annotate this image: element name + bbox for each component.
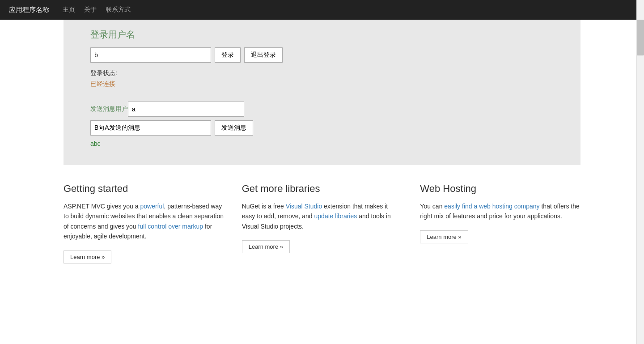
nav-home[interactable]: 主页 — [63, 6, 75, 14]
login-row: 登录 退出登录 — [90, 47, 554, 63]
card-libraries-link-vs[interactable]: Visual Studio — [286, 203, 322, 210]
card-getting-started-link-powerful[interactable]: powerful — [140, 203, 164, 210]
card-getting-started: Getting started ASP.NET MVC gives you a … — [64, 183, 242, 263]
card-getting-started-link-control[interactable]: full control over markup — [138, 223, 203, 230]
main-wrapper: 登录用户名 登录 退出登录 登录状态: 已经连接 发送消息用户 发送消息 abc — [0, 20, 644, 165]
card-libraries-link-update[interactable]: update libraries — [314, 212, 357, 220]
card-getting-started-title: Getting started — [64, 183, 224, 195]
message-to-label: 发送消息用户 — [90, 105, 128, 113]
nav-about[interactable]: 关于 — [84, 6, 97, 14]
card-get-more-libraries-title: Get more libraries — [242, 183, 402, 195]
nav-contact[interactable]: 联系方式 — [106, 6, 131, 14]
card-hosting-link-find[interactable]: easily find a web hosting company — [444, 203, 539, 210]
card-web-hosting-text: You can easily find a web hosting compan… — [420, 201, 580, 221]
message-row: 发送消息 — [90, 120, 554, 136]
login-status-label: 登录状态: — [90, 69, 554, 77]
cards-section: Getting started ASP.NET MVC gives you a … — [0, 165, 644, 281]
navbar: 应用程序名称 主页 关于 联系方式 — [0, 0, 644, 20]
card-web-hosting-learn-more[interactable]: Learn more » — [420, 230, 468, 243]
navbar-links: 主页 关于 联系方式 — [63, 6, 131, 14]
login-section: 登录用户名 登录 退出登录 登录状态: 已经连接 发送消息用户 发送消息 abc — [64, 20, 580, 165]
message-to-input[interactable] — [128, 102, 244, 117]
card-get-more-libraries-learn-more[interactable]: Learn more » — [242, 240, 290, 253]
message-to-row: 发送消息用户 — [90, 102, 554, 117]
scrollbar-thumb[interactable] — [637, 20, 644, 55]
card-get-more-libraries-text: NuGet is a free Visual Studio extension … — [242, 201, 402, 231]
login-input[interactable] — [90, 47, 211, 63]
card-web-hosting: Web Hosting You can easily find a web ho… — [420, 183, 580, 263]
send-message-button[interactable]: 发送消息 — [215, 120, 253, 136]
card-getting-started-learn-more[interactable]: Learn more » — [64, 251, 111, 263]
login-title: 登录用户名 — [90, 29, 554, 41]
card-get-more-libraries: Get more libraries NuGet is a free Visua… — [242, 183, 420, 263]
message-content-input[interactable] — [90, 120, 211, 136]
login-status-value: 已经连接 — [90, 80, 554, 88]
navbar-brand[interactable]: 应用程序名称 — [9, 6, 49, 14]
card-web-hosting-title: Web Hosting — [420, 183, 580, 195]
message-result: abc — [90, 140, 554, 147]
logout-button[interactable]: 退出登录 — [244, 47, 283, 63]
card-getting-started-text: ASP.NET MVC gives you a powerful, patter… — [64, 201, 224, 242]
message-section: 发送消息用户 发送消息 abc — [90, 102, 554, 147]
scrollbar[interactable] — [636, 0, 644, 281]
login-button[interactable]: 登录 — [215, 47, 241, 63]
